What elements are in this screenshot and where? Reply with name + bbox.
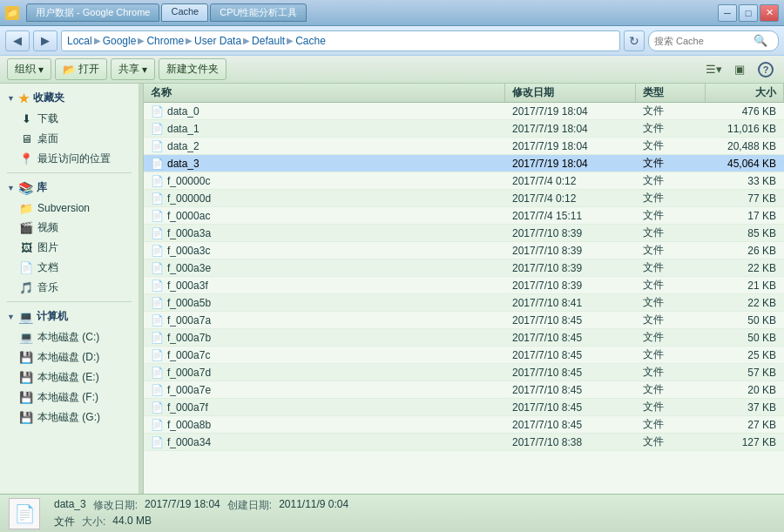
breadcrumb-item[interactable]: Google xyxy=(103,35,137,47)
sidebar-item-icon: 💾 xyxy=(19,411,33,425)
file-type-cell: 文件 xyxy=(636,172,706,189)
sidebar-item-label: 文档 xyxy=(37,260,58,275)
sidebar-item[interactable]: 🎬视频 xyxy=(0,218,139,238)
sidebar-item[interactable]: 💾本地磁盘 (F:) xyxy=(0,387,139,407)
sidebar-item[interactable]: 📄文档 xyxy=(0,258,139,278)
table-row[interactable]: 📄 data_3 2017/7/19 18:04 文件 45,064 KB xyxy=(144,155,784,172)
sidebar-item-label: 音乐 xyxy=(37,280,58,295)
file-name-cell: 📄 f_000a3a xyxy=(144,225,505,241)
new-folder-button[interactable]: 新建文件夹 xyxy=(159,58,226,80)
breadcrumb-item[interactable]: Default xyxy=(252,35,285,47)
table-row[interactable]: 📄 f_000a3f 2017/7/10 8:39 文件 21 KB xyxy=(144,277,784,294)
file-icon: 📄 xyxy=(151,192,164,205)
file-icon: 📄 xyxy=(151,349,164,361)
file-icon: 📄 xyxy=(151,332,164,344)
table-row[interactable]: 📄 f_00000c 2017/7/4 0:12 文件 33 KB xyxy=(144,172,784,190)
sidebar-item-label: Subversion xyxy=(37,202,90,214)
view-toggle-button[interactable]: ☰▾ xyxy=(702,60,725,79)
sidebar-item-label: 本地磁盘 (G:) xyxy=(37,410,100,425)
sidebar-item[interactable]: 💾本地磁盘 (G:) xyxy=(0,407,139,428)
search-bar[interactable]: 🔍 xyxy=(648,30,779,51)
file-type-cell: 文件 xyxy=(636,103,706,119)
titlebar-tab[interactable]: 用户数据 - Google Chrome xyxy=(26,3,159,22)
table-row[interactable]: 📄 data_1 2017/7/19 18:04 文件 11,016 KB xyxy=(144,120,784,138)
file-date-cell: 2017/7/10 8:39 xyxy=(505,242,636,259)
breadcrumb-item[interactable]: Chrome xyxy=(146,35,184,47)
search-input[interactable] xyxy=(654,36,750,46)
file-name-cell: 📄 f_000a7b xyxy=(144,329,505,346)
computer-header[interactable]: ▼ 💻 计算机 xyxy=(0,306,139,327)
table-row[interactable]: 📄 f_000a3e 2017/7/10 8:39 文件 22 KB xyxy=(144,259,784,277)
header-size[interactable]: 大小 xyxy=(706,84,784,102)
file-name: data_0 xyxy=(167,105,199,118)
table-row[interactable]: 📄 f_000a34 2017/7/10 8:38 文件 127 KB xyxy=(144,434,784,451)
file-icon: 📄 xyxy=(151,227,164,239)
file-date-cell: 2017/7/4 15:11 xyxy=(505,207,636,224)
titlebar-tab[interactable]: CPU性能分析工具 xyxy=(210,3,307,22)
table-row[interactable]: 📄 f_000a7f 2017/7/10 8:45 文件 37 KB xyxy=(144,399,784,416)
back-button[interactable]: ◀ xyxy=(5,30,30,51)
organize-button[interactable]: 组织 ▾ xyxy=(7,58,51,80)
header-date[interactable]: 修改日期 xyxy=(505,84,636,102)
file-name: f_00000c xyxy=(167,175,210,187)
refresh-button[interactable]: ↻ xyxy=(624,30,645,51)
close-button[interactable]: ✕ xyxy=(760,4,779,22)
table-row[interactable]: 📄 f_000a3a 2017/7/10 8:39 文件 85 KB xyxy=(144,225,784,242)
file-name: data_2 xyxy=(167,140,199,152)
table-row[interactable]: 📄 f_00000d 2017/7/4 0:12 文件 77 KB xyxy=(144,190,784,207)
sidebar-item[interactable]: 💾本地磁盘 (E:) xyxy=(0,367,139,387)
sidebar-item[interactable]: 🖥桌面 xyxy=(0,129,139,149)
header-type[interactable]: 类型 xyxy=(636,84,706,102)
table-row[interactable]: 📄 data_0 2017/7/19 18:04 文件 476 KB xyxy=(144,103,784,120)
table-row[interactable]: 📄 f_000a3c 2017/7/10 8:39 文件 26 KB xyxy=(144,242,784,259)
file-date-cell: 2017/7/10 8:38 xyxy=(505,434,636,450)
sidebar-item[interactable]: 💻本地磁盘 (C:) xyxy=(0,327,139,347)
table-row[interactable]: 📄 data_2 2017/7/19 18:04 文件 20,488 KB xyxy=(144,138,784,155)
breadcrumb-item[interactable]: Local xyxy=(67,35,92,47)
file-name-cell: 📄 f_000a7f xyxy=(144,399,505,415)
file-date-cell: 2017/7/10 8:45 xyxy=(505,312,636,328)
file-icon: 📄 xyxy=(151,262,164,274)
table-row[interactable]: 📄 f_0000ac 2017/7/4 15:11 文件 17 KB xyxy=(144,207,784,225)
file-type-cell: 文件 xyxy=(636,242,706,259)
file-name: f_000a7c xyxy=(167,349,210,361)
forward-button[interactable]: ▶ xyxy=(33,30,57,51)
sidebar-item-label: 本地磁盘 (D:) xyxy=(37,350,99,365)
open-icon: 📂 xyxy=(63,64,76,76)
table-row[interactable]: 📄 f_000a7c 2017/7/10 8:45 文件 25 KB xyxy=(144,347,784,364)
help-button[interactable]: ? xyxy=(754,60,777,79)
table-row[interactable]: 📄 f_000a7d 2017/7/10 8:45 文件 57 KB xyxy=(144,364,784,381)
file-icon: 📄 xyxy=(151,158,164,170)
table-row[interactable]: 📄 f_000a7e 2017/7/10 8:45 文件 20 KB xyxy=(144,381,784,399)
sidebar-item-label: 下载 xyxy=(37,111,58,126)
maximize-button[interactable]: □ xyxy=(739,4,758,22)
sidebar-item[interactable]: 🖼图片 xyxy=(0,238,139,258)
header-name[interactable]: 名称 xyxy=(144,84,505,102)
table-row[interactable]: 📄 f_000a8b 2017/7/10 8:45 文件 27 KB xyxy=(144,416,784,434)
file-date-cell: 2017/7/10 8:41 xyxy=(505,294,636,311)
pane-toggle-button[interactable]: ▣ xyxy=(728,60,751,79)
file-name: f_000a7e xyxy=(167,384,211,396)
titlebar-tab[interactable]: Cache xyxy=(161,3,208,22)
sidebar-item[interactable]: ⬇下载 xyxy=(0,109,139,129)
library-header[interactable]: ▼ 📚 库 xyxy=(0,177,139,199)
file-icon: 📄 xyxy=(151,419,164,431)
breadcrumb-item[interactable]: Cache xyxy=(295,35,326,47)
sidebar-item[interactable]: 📍最近访问的位置 xyxy=(0,149,139,169)
file-size-cell: 45,064 KB xyxy=(706,155,784,172)
open-button[interactable]: 📂 打开 xyxy=(55,58,107,80)
table-row[interactable]: 📄 f_000a5b 2017/7/10 8:41 文件 22 KB xyxy=(144,294,784,312)
file-icon: 📄 xyxy=(151,279,164,292)
sidebar-item[interactable]: 🎵音乐 xyxy=(0,278,139,298)
sidebar-item[interactable]: 💾本地磁盘 (D:) xyxy=(0,347,139,367)
file-list-container: 名称 修改日期 类型 大小 📄 data_0 2017/7/19 18:04 文… xyxy=(144,84,784,494)
table-row[interactable]: 📄 f_000a7a 2017/7/10 8:45 文件 50 KB xyxy=(144,312,784,329)
favorites-header[interactable]: ▼ ★ 收藏夹 xyxy=(0,87,139,109)
minimize-button[interactable]: ─ xyxy=(718,4,737,22)
share-button[interactable]: 共享 ▾ xyxy=(111,58,155,80)
sidebar-item[interactable]: 📁Subversion xyxy=(0,199,139,218)
breadcrumb-item[interactable]: User Data xyxy=(194,35,241,47)
table-row[interactable]: 📄 f_000a7b 2017/7/10 8:45 文件 50 KB xyxy=(144,329,784,347)
file-size-cell: 85 KB xyxy=(706,225,784,241)
sidebar-item-icon: 💾 xyxy=(19,391,33,405)
